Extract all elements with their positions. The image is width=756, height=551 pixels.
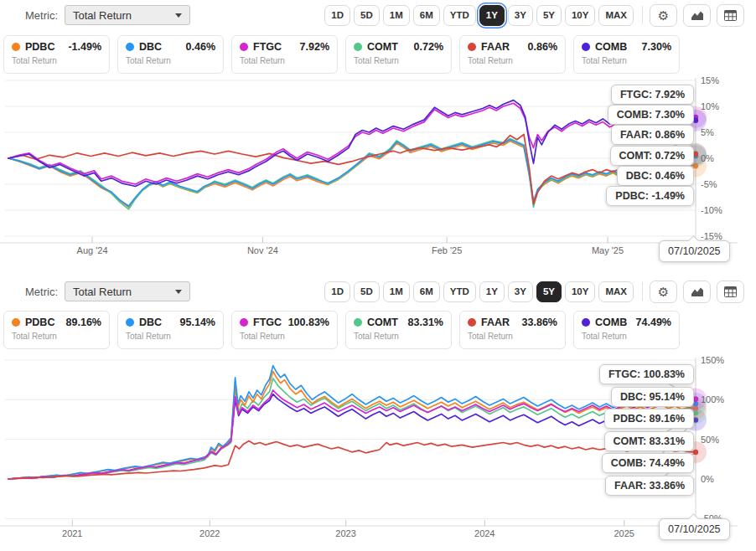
series-color-dot [468,318,476,327]
chart-type-button[interactable] [683,281,711,303]
range-buttons: 1D5D1M6MYTD1Y3Y5Y10YMAX [324,281,634,302]
settings-button[interactable]: ⚙ [650,281,677,303]
legend-metric-sublabel: Total Return [354,56,443,65]
legend-value: 74.49% [636,317,671,328]
legend-card-dbc[interactable]: DBC 0.46% Total Return [117,35,224,74]
series-color-dot [126,318,134,327]
range-button-6m[interactable]: 6M [413,281,440,302]
series-value-callout-comt: COMT: 83.31% [604,431,694,451]
range-button-5d[interactable]: 5D [354,281,380,302]
chart-type-button[interactable] [683,4,711,27]
metric-dropdown[interactable]: Total Return [65,281,190,301]
legend-row: PDBC -1.49% Total Return DBC 0.46% Total… [3,35,680,74]
series-color-dot [354,43,362,51]
range-button-1m[interactable]: 1M [383,281,410,302]
toolbar-icon-buttons: ⚙ [650,4,744,27]
x-axis-label: 2022 [199,528,220,538]
legend-card-pdbc[interactable]: PDBC -1.49% Total Return [3,35,110,74]
legend-card-pdbc[interactable]: PDBC 89.16% Total Return [3,311,110,349]
range-button-max[interactable]: MAX [598,5,634,26]
metric-dropdown[interactable]: Total Return [65,5,190,25]
series-line-dbc [8,140,696,206]
x-axis-label: 2025 [614,528,634,538]
series-value-callout-comb: COMB: 7.30% [608,105,694,125]
gear-icon: ⚙ [658,286,669,298]
x-axis-label: Aug '24 [77,245,108,255]
legend-card-faar[interactable]: FAAR 0.86% Total Return [459,35,566,74]
y-axis-label: 150% [701,355,739,365]
range-button-1m[interactable]: 1M [383,5,410,26]
legend-card-comt[interactable]: COMT 0.72% Total Return [345,35,452,74]
series-line-pdbc [8,371,696,479]
series-end-dot-comb [693,118,698,123]
legend-metric-sublabel: Total Return [126,332,215,341]
legend-card-comb[interactable]: COMB 7.30% Total Return [573,35,680,74]
x-axis-label: May '25 [592,245,624,255]
legend-card-dbc[interactable]: DBC 95.14% Total Return [117,311,224,349]
settings-button[interactable]: ⚙ [650,4,677,27]
toolbar-divider [642,282,643,301]
legend-ticker: COMB [595,41,627,53]
y-axis-label: 10% [701,101,739,111]
range-button-5y[interactable]: 5Y [536,5,562,26]
series-line-comt [8,378,696,479]
toolbar: Metric: Total Return 1D5D1M6MYTD1Y3Y5Y10… [0,281,756,302]
series-value-callout-comb: COMB: 74.49% [602,453,694,473]
range-button-ytd[interactable]: YTD [443,281,476,302]
range-button-1y[interactable]: 1Y [479,281,505,302]
toolbar: Metric: Total Return 1D5D1M6MYTD1Y3Y5Y10… [0,4,756,26]
chart-area[interactable]: 15%10%5%0%-5%-10%-15%Aug '24Nov '24Feb '… [0,75,756,276]
legend-ticker: FTGC [253,41,282,53]
legend-metric-sublabel: Total Return [468,332,557,341]
range-button-10y[interactable]: 10Y [565,5,595,26]
range-button-6m[interactable]: 6M [413,5,440,26]
legend-value: 0.72% [414,41,443,53]
legend-card-ftgc[interactable]: FTGC 7.92% Total Return [231,35,338,74]
y-axis-label: 5% [701,127,739,137]
range-button-5d[interactable]: 5D [354,5,380,26]
table-icon [724,10,737,21]
legend-value: 0.46% [186,41,215,53]
series-value-callout-faar: FAAR: 0.86% [611,125,694,145]
range-button-1d[interactable]: 1D [324,5,350,26]
y-axis-label: 100% [701,394,739,404]
table-view-button[interactable] [717,281,744,303]
series-line-comb [8,100,696,187]
date-tooltip: 07/10/2025 [659,518,730,540]
chart-area[interactable]: 150%100%50%0%-50%20212022202320242025FTG… [0,352,756,551]
series-color-dot [582,43,590,51]
series-color-dot [354,318,362,327]
legend-card-faar[interactable]: FAAR 33.86% Total Return [459,311,566,349]
table-icon [724,286,737,297]
metric-selected-value: Total Return [73,9,132,22]
y-axis-label: 15% [701,75,739,85]
legend-ticker: COMT [367,41,398,53]
legend-metric-sublabel: Total Return [12,332,101,341]
range-button-ytd[interactable]: YTD [443,5,476,26]
range-button-max[interactable]: MAX [598,281,634,302]
range-button-3y[interactable]: 3Y [508,5,533,26]
series-color-dot [12,43,20,51]
tooltip-date-text: 07/10/2025 [668,245,721,257]
range-button-1y[interactable]: 1Y [479,5,505,26]
series-line-dbc [8,366,696,479]
y-axis-label: -5% [701,179,739,189]
legend-value: 100.83% [288,317,329,328]
legend-card-comb[interactable]: COMB 74.49% Total Return [573,311,680,349]
legend-value: 7.30% [642,41,671,53]
range-button-10y[interactable]: 10Y [565,281,595,302]
legend-card-comt[interactable]: COMT 83.31% Total Return [345,311,452,349]
series-color-dot [582,318,590,327]
legend-ticker: FAAR [481,41,510,53]
range-button-3y[interactable]: 3Y [508,281,533,302]
series-color-dot [126,43,134,51]
legend-value: 83.31% [408,317,443,328]
legend-metric-sublabel: Total Return [582,332,671,341]
legend-metric-sublabel: Total Return [582,56,671,65]
range-button-5y[interactable]: 5Y [536,281,562,302]
y-axis-label: 0% [701,474,739,484]
legend-card-ftgc[interactable]: FTGC 100.83% Total Return [231,311,338,349]
series-value-callout-ftgc: FTGC: 7.92% [611,85,694,105]
table-view-button[interactable] [717,4,744,27]
range-button-1d[interactable]: 1D [324,281,350,302]
